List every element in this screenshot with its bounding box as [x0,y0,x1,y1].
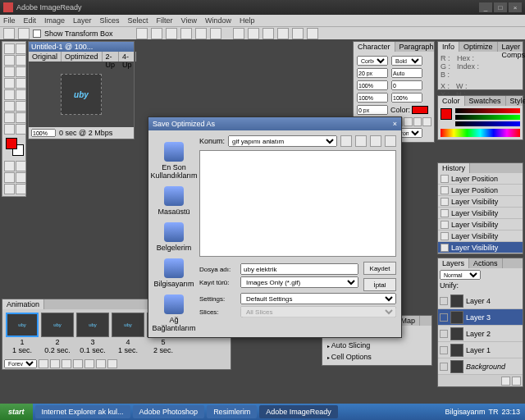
new-folder-icon[interactable] [370,135,381,147]
type-tool[interactable] [4,101,15,112]
history-item[interactable]: Layer Position [438,185,523,196]
frame[interactable]: uby20.2 sec. [41,313,74,354]
tab-actions[interactable]: Actions [469,258,503,268]
marquee-tool[interactable] [4,43,15,54]
frame[interactable]: uby11 sec. [6,313,39,354]
text-color-swatch[interactable] [412,106,428,114]
hand-tool[interactable] [16,112,26,123]
eye-icon[interactable] [440,297,448,305]
menu-select[interactable]: Select [128,16,148,25]
vscale-input[interactable] [357,93,388,103]
start-button[interactable]: start [0,404,33,420]
shape-tool[interactable] [16,101,26,112]
crop-tool[interactable] [16,124,26,135]
file-list[interactable] [199,150,396,257]
underline-icon[interactable] [413,117,422,126]
history-item[interactable]: Layer Visibility [438,208,523,219]
close-button[interactable]: × [509,2,522,12]
wand-tool[interactable] [16,55,26,66]
menu-view[interactable]: View [181,16,197,25]
menu-window[interactable]: Window [205,16,231,25]
leading-input[interactable] [391,68,422,78]
minimize-button[interactable]: _ [479,2,492,12]
strike-icon[interactable] [422,117,431,126]
distribute-icon[interactable] [292,28,304,39]
settings-select[interactable]: Default Settings [240,293,396,304]
g-slider[interactable] [455,115,520,120]
tab-4up[interactable]: 4-Up [119,52,136,62]
align-icon[interactable] [166,28,177,39]
brush-tool[interactable] [4,78,15,89]
history-item[interactable]: Layer Visibility [438,242,523,253]
color-swatch[interactable] [441,108,452,120]
menu-file[interactable]: File [3,16,16,25]
pencil-tool[interactable] [16,78,26,89]
move-tool-icon[interactable] [3,28,15,39]
slice-tool[interactable] [4,66,15,77]
menu-filter[interactable]: Filter [157,16,173,25]
eye-icon[interactable] [440,346,448,354]
bucket-tool[interactable] [16,89,26,100]
quickmask-icon[interactable] [4,172,15,183]
distribute-icon[interactable] [277,28,289,39]
tab-optimize[interactable]: Optimize [459,42,498,52]
layer-row[interactable]: Layer 2 [438,326,523,342]
prev-frame-icon[interactable] [50,359,60,368]
place-recent[interactable]: En Son Kullandıklarım [151,142,198,180]
back-icon[interactable] [340,135,352,147]
cancel-button[interactable]: İptal [363,278,396,291]
menu-layer[interactable]: Layer [73,16,92,25]
show-transform-checkbox[interactable] [33,30,41,38]
screenmode-icon[interactable] [16,172,26,183]
tab-layers[interactable]: Layers [438,258,469,268]
distribute-icon[interactable] [248,28,259,39]
tray-lang[interactable]: TR [488,408,498,416]
view-menu-icon[interactable] [385,135,396,147]
move-tool[interactable] [16,43,26,54]
tab-info[interactable]: Info [438,42,459,52]
tab-character[interactable]: Character [354,42,395,52]
eye-icon[interactable] [440,330,448,338]
delete-layer-icon[interactable] [512,377,521,386]
layer-row[interactable]: Background [438,358,523,375]
place-desktop[interactable]: Masaüstü [158,186,189,216]
distribute-icon[interactable] [262,28,274,39]
align-icon[interactable] [151,28,162,39]
hscale-input[interactable] [391,93,422,103]
loop-select[interactable]: Forever [4,359,37,368]
tab-optimized[interactable]: Optimized [62,52,103,62]
font-select[interactable]: Corbel [357,56,388,66]
menu-slices[interactable]: Slices [100,16,120,25]
taskbar-item[interactable]: Resimlerim [207,405,257,418]
maximize-button[interactable]: □ [494,2,507,12]
menu-image[interactable]: Image [44,16,65,25]
align-icon[interactable] [195,28,207,39]
place-network[interactable]: Ağ Bağlantılarım [152,294,195,332]
r-slider[interactable] [455,108,520,113]
filename-input[interactable] [240,263,358,275]
tab-swatches[interactable]: Swatches [465,96,506,106]
history-item[interactable]: Layer Position [438,173,523,185]
history-item[interactable]: Layer Visibility [438,196,523,208]
delete-frame-icon[interactable] [107,359,117,368]
section-celloptions[interactable]: Cell Options [325,351,429,363]
menu-edit[interactable]: Edit [24,16,37,25]
distribute-icon[interactable] [307,28,318,39]
play-icon[interactable] [62,359,71,368]
eyedropper-tool[interactable] [4,112,15,123]
zoom-input[interactable] [31,129,56,137]
place-documents[interactable]: Belgelerim [157,222,192,252]
layer-row[interactable]: Layer 3 [438,309,523,326]
dialog-close-icon[interactable]: × [393,120,397,128]
konum-select[interactable]: gif yapımı anlatım [228,135,337,147]
baseline-input[interactable] [357,105,388,115]
kerning-input[interactable] [391,80,422,90]
slice-select-tool[interactable] [16,66,26,77]
size-input[interactable] [357,68,388,78]
lasso-tool[interactable] [4,55,15,66]
tab-styles[interactable]: Styles [506,96,525,106]
eye-icon[interactable] [440,363,448,371]
preview-icon[interactable] [4,161,15,171]
layer-row[interactable]: Layer 1 [438,342,523,358]
frame[interactable]: uby41 sec. [112,313,144,354]
